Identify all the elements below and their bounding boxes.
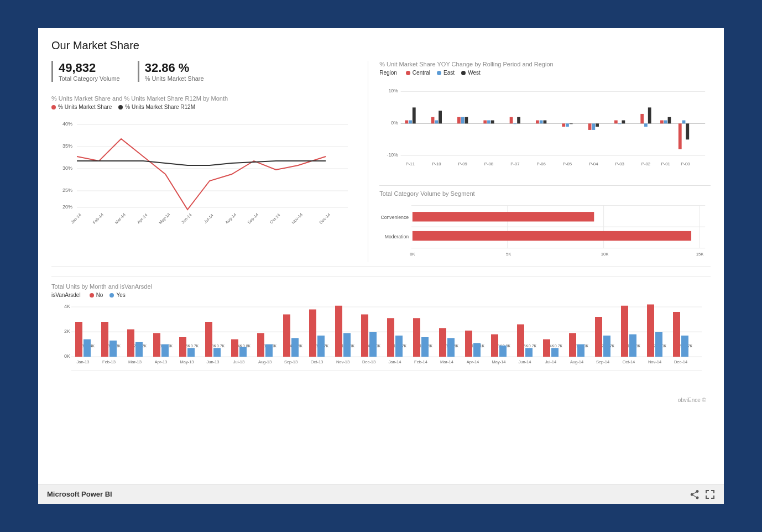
- page-title: Our Market Share: [51, 39, 711, 52]
- svg-rect-150: [343, 333, 351, 357]
- svg-text:Apr-14: Apr-14: [136, 212, 148, 224]
- svg-rect-178: [491, 335, 498, 357]
- footer-bar: Microsoft Power BI: [38, 484, 724, 504]
- svg-text:P-06: P-06: [537, 161, 546, 166]
- svg-rect-51: [596, 123, 599, 127]
- svg-rect-34: [457, 117, 461, 124]
- expand-icon[interactable]: [705, 489, 715, 499]
- svg-rect-168: [439, 328, 446, 357]
- kpi-row: 49,832 Total Category Volume 32.86 % % U…: [51, 61, 357, 82]
- svg-rect-128: [231, 340, 238, 357]
- svg-rect-42: [517, 117, 520, 124]
- svg-rect-44: [540, 121, 543, 124]
- svg-text:Dec-13: Dec-13: [362, 359, 375, 364]
- svg-rect-39: [491, 121, 494, 124]
- svg-text:Dec-14: Dec-14: [319, 212, 331, 224]
- svg-rect-173: [465, 331, 472, 357]
- footer-brand: Microsoft Power BI: [47, 490, 112, 498]
- svg-rect-63: [686, 123, 690, 139]
- svg-text:Jan-14: Jan-14: [70, 212, 82, 224]
- footer-actions: [690, 489, 715, 499]
- share-icon[interactable]: [690, 489, 700, 499]
- svg-text:40%: 40%: [62, 121, 72, 127]
- svg-text:P-05: P-05: [563, 161, 572, 166]
- svg-rect-158: [387, 318, 394, 357]
- divider: [379, 185, 711, 186]
- svg-rect-213: [673, 312, 680, 357]
- svg-text:P-11: P-11: [406, 161, 415, 166]
- svg-rect-57: [648, 107, 651, 123]
- svg-text:Oct-14: Oct-14: [623, 359, 635, 364]
- legend-label-east: East: [443, 70, 455, 76]
- svg-rect-46: [562, 123, 565, 127]
- svg-text:Jan-13: Jan-13: [77, 359, 90, 364]
- watermark: obviEnce ©: [51, 397, 706, 403]
- svg-text:Jul-14: Jul-14: [203, 213, 215, 224]
- svg-rect-54: [622, 121, 625, 124]
- svg-text:Apr-13: Apr-13: [155, 359, 168, 364]
- svg-rect-130: [239, 347, 247, 357]
- segment-chart-title: Total Category Volume by Segment: [379, 190, 711, 197]
- legend-label-no: No: [96, 292, 103, 298]
- legend-red-line: % Units Market Share: [51, 104, 112, 110]
- svg-rect-193: [569, 333, 576, 357]
- legend-label-west: West: [468, 70, 481, 76]
- svg-text:30%: 30%: [62, 165, 72, 171]
- svg-text:35%: 35%: [62, 143, 72, 149]
- svg-rect-110: [135, 342, 143, 357]
- kpi-label-share: % Units Market Share: [145, 75, 204, 82]
- svg-rect-170: [447, 338, 455, 357]
- svg-rect-36: [465, 117, 468, 124]
- right-panel: % Unit Market Share YOY Change by Rollin…: [368, 61, 711, 262]
- svg-rect-98: [75, 322, 82, 357]
- svg-text:Jul-14: Jul-14: [545, 359, 556, 364]
- bottom-chart-svg: 4K 2K 0K 2.8K 1.4K Jan-13 2.8K 1.3K Feb-…: [51, 301, 711, 393]
- legend-no: No: [90, 292, 103, 298]
- svg-text:Apr-14: Apr-14: [467, 359, 479, 364]
- svg-rect-55: [640, 114, 644, 123]
- svg-rect-45: [544, 121, 547, 124]
- svg-text:2K: 2K: [64, 328, 70, 334]
- svg-text:20%: 20%: [62, 204, 72, 210]
- legend-dot-yes: [109, 293, 114, 298]
- main-divider: [51, 267, 711, 267]
- svg-rect-61: [679, 123, 682, 149]
- svg-rect-40: [510, 117, 513, 124]
- svg-rect-41: [514, 123, 517, 124]
- kpi-label-volume: Total Category Volume: [59, 75, 120, 82]
- svg-text:Feb-14: Feb-14: [92, 212, 105, 224]
- svg-rect-190: [551, 348, 559, 357]
- svg-rect-48: [570, 123, 573, 124]
- svg-text:-10%: -10%: [387, 152, 399, 158]
- svg-text:10%: 10%: [389, 88, 399, 93]
- svg-rect-138: [283, 315, 290, 357]
- svg-rect-53: [618, 123, 622, 124]
- svg-text:Mar-14: Mar-14: [440, 359, 453, 364]
- bottom-chart-legend: isVanArsdel No Yes: [51, 292, 711, 298]
- svg-rect-58: [660, 121, 664, 124]
- svg-rect-200: [603, 336, 610, 357]
- svg-rect-135: [265, 345, 273, 357]
- svg-text:P-02: P-02: [641, 161, 650, 166]
- svg-rect-108: [127, 330, 134, 357]
- svg-text:May-13: May-13: [180, 359, 194, 364]
- yoy-chart-area: % Unit Market Share YOY Change by Rollin…: [379, 61, 711, 181]
- line-chart-legend: % Units Market Share % Units Market Shar…: [51, 104, 357, 110]
- svg-text:Oct-13: Oct-13: [311, 359, 323, 364]
- svg-rect-153: [361, 315, 368, 357]
- legend-black-line: % Units Market Share R12M: [118, 104, 195, 110]
- svg-text:Mar-13: Mar-13: [128, 359, 142, 364]
- segment-chart-svg: Convenience Moderation 0K 5K 10K 15K: [379, 199, 711, 260]
- svg-rect-205: [629, 335, 636, 357]
- svg-rect-215: [681, 336, 688, 357]
- svg-text:Sep-13: Sep-13: [284, 359, 298, 364]
- svg-rect-160: [395, 336, 403, 357]
- svg-rect-35: [461, 117, 464, 124]
- svg-rect-210: [655, 332, 662, 357]
- svg-text:0.7K: 0.7K: [555, 344, 563, 348]
- svg-text:Aug-14: Aug-14: [570, 359, 583, 364]
- svg-rect-33: [439, 111, 442, 123]
- svg-rect-115: [161, 345, 169, 357]
- bottom-chart-title: Total Units by Month and isVanArsdel: [51, 283, 711, 290]
- svg-text:Nov-13: Nov-13: [336, 359, 349, 364]
